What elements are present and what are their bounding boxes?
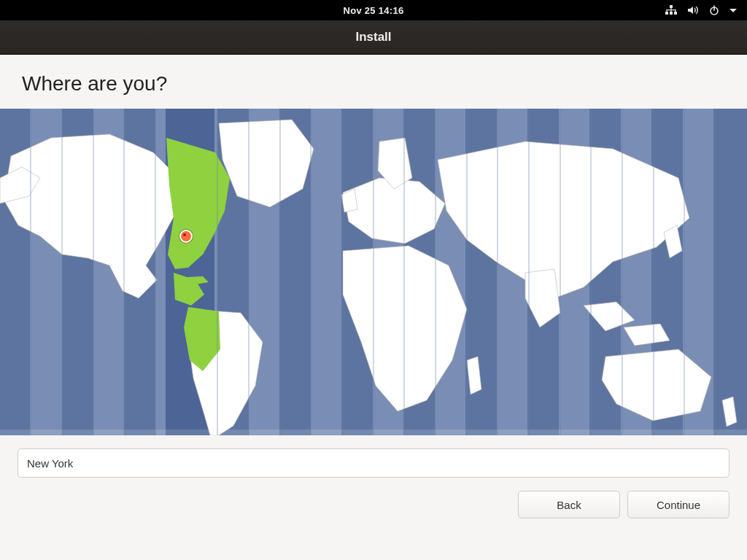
network-icon[interactable] xyxy=(665,5,677,15)
nav-button-row: Back Continue xyxy=(0,478,747,518)
timezone-map[interactable] xyxy=(0,109,747,435)
svg-rect-8 xyxy=(675,9,676,12)
back-button[interactable]: Back xyxy=(518,491,620,518)
svg-rect-7 xyxy=(670,9,671,12)
world-map-svg xyxy=(0,109,747,435)
volume-icon[interactable] xyxy=(687,5,699,15)
location-pin xyxy=(179,230,193,243)
window-title: Install xyxy=(355,30,391,44)
continue-button[interactable]: Continue xyxy=(627,491,729,518)
power-icon[interactable] xyxy=(709,5,719,15)
system-tray xyxy=(665,0,737,20)
window-titlebar: Install xyxy=(0,20,747,55)
menu-down-icon[interactable] xyxy=(729,5,737,15)
clock-label: Nov 25 14:16 xyxy=(343,5,403,16)
svg-rect-6 xyxy=(666,9,667,12)
page-title: Where are you? xyxy=(0,55,747,109)
timezone-form-row xyxy=(0,435,747,478)
installer-page: Where are you? xyxy=(0,55,747,560)
gnome-top-bar: Nov 25 14:16 xyxy=(0,0,747,20)
timezone-input[interactable] xyxy=(18,448,729,478)
